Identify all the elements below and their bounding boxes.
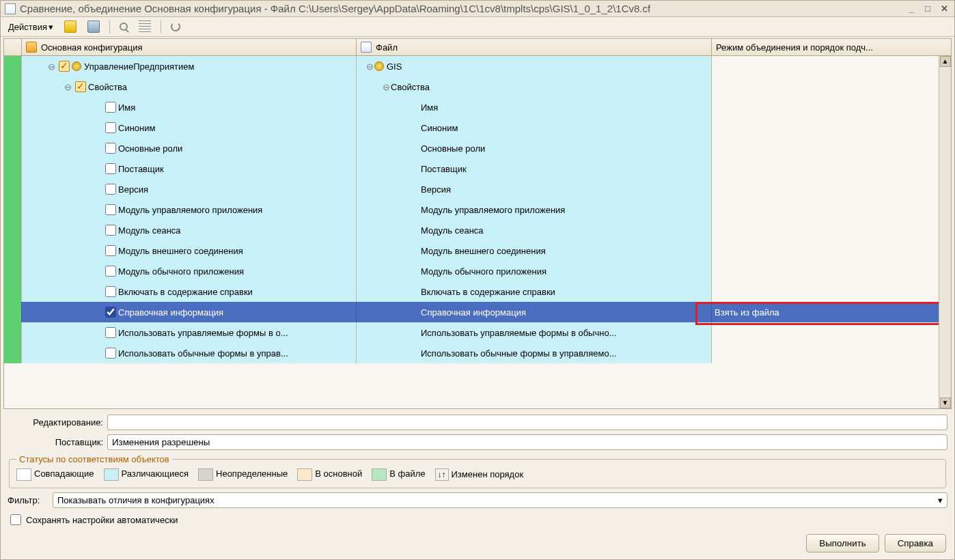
cell-main[interactable]: Модуль сеанса bbox=[22, 220, 357, 240]
tree-row[interactable]: Модуль обычного приложенияМодуль обычног… bbox=[4, 261, 951, 281]
open-button[interactable] bbox=[61, 18, 80, 35]
settings-button[interactable] bbox=[188, 18, 207, 35]
vendor-field[interactable] bbox=[107, 434, 947, 450]
cell-mode[interactable] bbox=[712, 261, 951, 281]
cell-mode[interactable] bbox=[712, 322, 951, 343]
collapse-icon[interactable]: ⊖ bbox=[381, 82, 391, 92]
cell-main[interactable]: ⊖ Свойства bbox=[22, 76, 357, 97]
item-checkbox[interactable] bbox=[105, 204, 116, 215]
cell-file[interactable]: Синоним bbox=[357, 117, 712, 138]
cell-file[interactable]: Модуль управляемого приложения bbox=[357, 199, 712, 220]
maximize-button[interactable]: □ bbox=[922, 3, 934, 14]
cell-mode[interactable] bbox=[712, 158, 951, 179]
cell-mode[interactable] bbox=[712, 56, 951, 76]
close-button[interactable]: ✕ bbox=[938, 3, 950, 14]
item-checkbox[interactable] bbox=[105, 307, 116, 318]
cell-main[interactable]: Поставщик bbox=[22, 158, 357, 179]
cell-file[interactable]: ⊖ Свойства bbox=[357, 76, 712, 97]
cell-mode[interactable] bbox=[712, 117, 951, 138]
minimize-button[interactable]: _ bbox=[905, 3, 917, 14]
cell-main[interactable]: Модуль внешнего соединения bbox=[22, 240, 357, 261]
refresh-button[interactable] bbox=[167, 20, 184, 33]
item-checkbox[interactable] bbox=[105, 225, 116, 236]
tree-row[interactable]: ИмяИмя bbox=[4, 97, 951, 117]
collapse-icon[interactable]: ⊖ bbox=[365, 61, 374, 72]
item-checkbox[interactable] bbox=[105, 184, 116, 195]
item-checkbox[interactable] bbox=[105, 122, 116, 133]
tree-row[interactable]: Основные ролиОсновные роли bbox=[4, 138, 951, 158]
find-button[interactable] bbox=[116, 20, 131, 33]
tree-row[interactable]: ВерсияВерсия bbox=[4, 179, 951, 199]
cell-file[interactable]: Использовать обычные формы в управляемо.… bbox=[357, 343, 712, 363]
cell-main[interactable]: Модуль управляемого приложения bbox=[22, 199, 357, 220]
cell-mode[interactable] bbox=[712, 179, 951, 199]
cell-file[interactable]: Модуль внешнего соединения bbox=[357, 240, 712, 261]
cell-mode[interactable] bbox=[712, 199, 951, 220]
tree-row[interactable]: Включать в содержание справкиВключать в … bbox=[4, 281, 951, 302]
scroll-up-button[interactable]: ▲ bbox=[940, 56, 951, 67]
cell-mode[interactable] bbox=[712, 281, 951, 302]
cell-file[interactable]: Основные роли bbox=[357, 138, 712, 158]
item-checkbox[interactable] bbox=[105, 286, 116, 297]
tree-row[interactable]: Использовать управляемые формы в о...Исп… bbox=[4, 322, 951, 343]
actions-menu[interactable]: Действия ▾ bbox=[5, 20, 57, 34]
cell-mode[interactable] bbox=[712, 240, 951, 261]
cell-file[interactable]: Имя bbox=[357, 97, 712, 117]
cell-main[interactable]: Использовать обычные формы в управ... bbox=[22, 343, 357, 363]
run-button[interactable]: Выполнить bbox=[806, 534, 878, 552]
cell-file[interactable]: Версия bbox=[357, 179, 712, 199]
collapse-icon[interactable]: ⊖ bbox=[46, 61, 56, 72]
scroll-down-button[interactable]: ▼ bbox=[940, 397, 951, 408]
editing-field[interactable] bbox=[107, 415, 947, 430]
cell-main[interactable]: Версия bbox=[22, 179, 357, 199]
cell-main[interactable]: Синоним bbox=[22, 117, 357, 138]
cell-main[interactable]: Включать в содержание справки bbox=[22, 281, 357, 302]
cell-mode[interactable] bbox=[712, 220, 951, 240]
cell-file[interactable]: ⊖ GIS bbox=[357, 56, 712, 76]
item-checkbox[interactable] bbox=[105, 245, 116, 256]
cell-mode[interactable] bbox=[712, 76, 951, 97]
cell-mode[interactable]: Взять из файла bbox=[712, 302, 951, 322]
cell-file[interactable]: Модуль сеанса bbox=[357, 220, 712, 240]
vertical-scrollbar[interactable]: ▲ ▼ bbox=[939, 56, 951, 408]
cell-main[interactable]: Модуль обычного приложения bbox=[22, 261, 357, 281]
tree-row[interactable]: Модуль внешнего соединенияМодуль внешнег… bbox=[4, 240, 951, 261]
col-mode[interactable]: Режим объединения и порядок подч... bbox=[712, 39, 951, 55]
save-auto-checkbox[interactable] bbox=[10, 514, 21, 525]
tree-row[interactable]: Справочная информацияСправочная информац… bbox=[4, 302, 951, 322]
tree-row[interactable]: ⊖ Свойства⊖ Свойства bbox=[4, 76, 951, 97]
cell-file[interactable]: Модуль обычного приложения bbox=[357, 261, 712, 281]
item-checkbox[interactable] bbox=[105, 348, 116, 359]
help-button[interactable]: Справка bbox=[885, 534, 946, 552]
item-checkbox[interactable] bbox=[105, 163, 116, 174]
cell-main[interactable]: Использовать управляемые формы в о... bbox=[22, 322, 357, 343]
item-checkbox[interactable] bbox=[105, 266, 116, 277]
tree-row[interactable]: ПоставщикПоставщик bbox=[4, 158, 951, 179]
cell-file[interactable]: Использовать управляемые формы в обычно.… bbox=[357, 322, 712, 343]
cell-mode[interactable] bbox=[712, 138, 951, 158]
root-checkbox[interactable] bbox=[59, 61, 70, 72]
cell-mode[interactable] bbox=[712, 97, 951, 117]
tree-button[interactable] bbox=[135, 18, 154, 35]
props-checkbox[interactable] bbox=[75, 81, 86, 92]
item-checkbox[interactable] bbox=[105, 102, 116, 113]
cell-main[interactable]: Основные роли bbox=[22, 138, 357, 158]
item-checkbox[interactable] bbox=[105, 327, 116, 338]
col-main[interactable]: Основная конфигурация bbox=[22, 39, 357, 55]
collapse-icon[interactable]: ⊖ bbox=[63, 82, 72, 92]
tree-row[interactable]: Модуль управляемого приложенияМодуль упр… bbox=[4, 199, 951, 220]
tree-row[interactable]: СинонимСиноним bbox=[4, 117, 951, 138]
tree-row[interactable]: ⊖ УправлениеПредприятием⊖ GIS bbox=[4, 56, 951, 76]
item-checkbox[interactable] bbox=[105, 143, 116, 154]
tree-row[interactable]: Модуль сеансаМодуль сеанса bbox=[4, 220, 951, 240]
filter-select[interactable]: Показывать отличия в конфигурациях ▾ bbox=[53, 492, 947, 508]
cell-mode[interactable] bbox=[712, 343, 951, 363]
cell-main[interactable]: Имя bbox=[22, 97, 357, 117]
cell-main[interactable]: Справочная информация bbox=[22, 302, 357, 322]
cell-file[interactable]: Справочная информация bbox=[357, 302, 712, 322]
save-button[interactable] bbox=[84, 18, 103, 35]
tree-row[interactable]: Использовать обычные формы в управ...Исп… bbox=[4, 343, 951, 363]
cell-file[interactable]: Поставщик bbox=[357, 158, 712, 179]
col-file[interactable]: Файл bbox=[357, 39, 712, 55]
cell-main[interactable]: ⊖ УправлениеПредприятием bbox=[22, 56, 357, 76]
